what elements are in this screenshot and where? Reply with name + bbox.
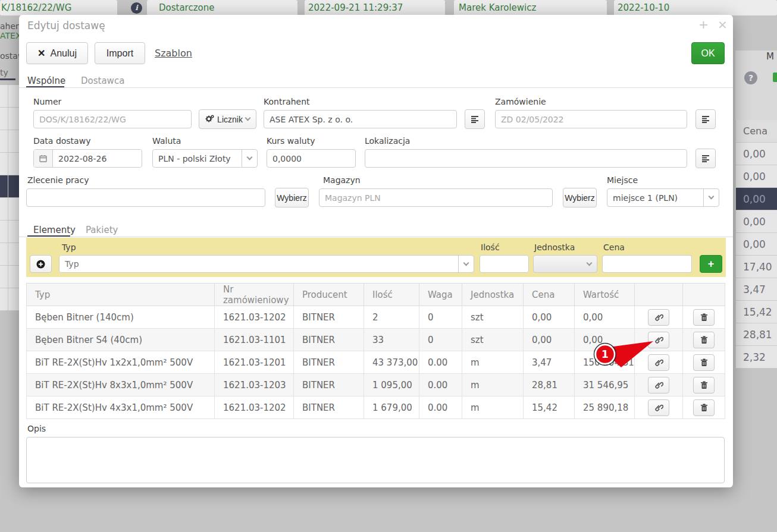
bg-header-cell: Dostarczone — [147, 0, 297, 15]
tab-elementy[interactable]: Elementy — [33, 225, 76, 235]
link-button[interactable] — [648, 354, 669, 371]
trash-icon — [700, 313, 708, 322]
info-icon: i — [131, 2, 142, 14]
miejsce-select[interactable]: miejsce 1 (PLN) — [607, 188, 719, 207]
dialog-title: Edytuj dostawę — [27, 20, 105, 32]
tab-dostawca[interactable]: Dostawca — [81, 75, 124, 86]
link-icon — [654, 380, 663, 389]
licznik-button[interactable]: Licznik — [199, 109, 256, 129]
tab-pakiety[interactable]: Pakiety — [86, 225, 118, 235]
chevron-down-icon — [458, 256, 474, 272]
zamowienie-list-button[interactable] — [695, 109, 716, 129]
numer-label: Numer — [33, 97, 61, 106]
kurs-waluty-field[interactable] — [267, 149, 356, 168]
cell-cena: 0,00 — [524, 329, 575, 351]
kontrahent-field[interactable] — [264, 110, 457, 128]
col-cena: Cena — [524, 284, 575, 306]
cell-producent: BITNER — [294, 374, 364, 396]
typ-input[interactable] — [59, 256, 458, 272]
table-row: Bęben Bitner S4 (40cm)1621.03-1101BITNER… — [27, 329, 725, 351]
waluta-select[interactable]: PLN - polski Złoty — [152, 149, 258, 168]
list-icon — [471, 115, 479, 123]
data-dostawy-field[interactable] — [53, 150, 141, 167]
col-actions-2 — [683, 284, 725, 306]
zlecenie-pracy-field[interactable] — [26, 188, 265, 207]
import-button-label: Import — [106, 48, 133, 59]
bg-header-cell: 2022-10-10 — [614, 0, 777, 15]
action-cell — [635, 329, 683, 351]
bg-cena-cell: 15,42 — [735, 301, 777, 323]
bg-cena-cell: 17,40 — [735, 256, 777, 278]
tab-wspolne[interactable]: Wspólne — [27, 75, 65, 86]
ok-button[interactable]: OK — [691, 42, 725, 64]
cancel-button[interactable]: ✕ Anuluj — [26, 42, 88, 64]
lokalizacja-label: Lokalizacja — [365, 136, 410, 146]
bg-cena-cell: 0,00 — [735, 233, 777, 256]
cell-cena: 0,00 — [524, 306, 575, 329]
add-item-bar: Typ Ilość Jednostka Cena + — [26, 238, 726, 277]
link-button[interactable] — [648, 332, 669, 348]
list-icon — [701, 115, 710, 123]
jednostka-select[interactable] — [533, 255, 597, 273]
magazyn-wybierz-button[interactable]: Wybierz — [563, 188, 597, 207]
import-button[interactable]: Import — [95, 42, 145, 64]
plus-circle-icon — [36, 260, 45, 269]
delete-button[interactable] — [693, 332, 715, 348]
link-button[interactable] — [648, 377, 669, 394]
lokalizacja-field[interactable] — [365, 149, 687, 168]
cell-wartosc: 150 504,31 — [575, 351, 635, 374]
cancel-button-label: Anuluj — [50, 48, 76, 59]
chevron-down-icon — [245, 115, 250, 121]
delete-button[interactable] — [693, 399, 715, 416]
maximize-icon[interactable]: + — [698, 18, 709, 30]
delete-button[interactable] — [693, 354, 715, 371]
wybierz-label: Wybierz — [277, 193, 306, 203]
cena-input[interactable] — [602, 255, 692, 273]
cell-ilosc: 2 — [364, 306, 419, 329]
cell-wartosc: 25 890,18 — [575, 396, 635, 419]
table-row: BiT RE-2X(St)Hv 8x3x1,0mm² 500V1621.03-1… — [27, 374, 725, 396]
expand-add-button[interactable] — [30, 255, 52, 273]
bg-fragment: ty — [0, 68, 8, 77]
template-link[interactable]: Szablon — [155, 48, 192, 59]
col-producent: Producent — [294, 284, 364, 306]
typ-combobox[interactable] — [59, 255, 474, 273]
bg-grid-row — [0, 130, 19, 153]
cell-cena: 15,42 — [524, 396, 575, 419]
bg-cena-cell: 0,00 — [735, 165, 777, 188]
link-button[interactable] — [648, 309, 669, 326]
bg-cena-cell: 3,47 — [735, 278, 777, 301]
chevron-down-icon — [242, 150, 257, 167]
magazyn-field[interactable] — [319, 188, 553, 207]
bg-grid-row — [0, 243, 19, 266]
ilosc-input[interactable] — [480, 255, 529, 273]
cell-jednostka: szt — [462, 306, 524, 329]
zamowienie-field[interactable] — [495, 110, 687, 128]
lokalizacja-list-button[interactable] — [695, 149, 716, 168]
waluta-label: Waluta — [152, 136, 181, 146]
cell-nr: 1621.03-1101 — [215, 329, 294, 351]
zlecenie-wybierz-button[interactable]: Wybierz — [275, 188, 309, 207]
cell-wartosc: 0,00 — [575, 329, 635, 351]
cell-jednostka: szt — [462, 329, 524, 351]
cell-waga: 0.00 — [419, 396, 462, 419]
close-icon[interactable]: × — [718, 18, 728, 30]
opis-textarea[interactable] — [26, 437, 725, 483]
add-item-button[interactable]: + — [700, 255, 722, 273]
col-typ: Typ — [27, 284, 215, 306]
link-button[interactable] — [648, 399, 669, 416]
action-cell — [683, 306, 725, 329]
bg-grid-row — [0, 108, 19, 130]
bg-green-sliver — [773, 73, 777, 82]
miejsce-label: Miejsce — [607, 175, 638, 185]
cell-ilosc: 1 095,00 — [364, 374, 419, 396]
help-icon: ? — [744, 71, 757, 84]
delete-button[interactable] — [693, 309, 715, 326]
delete-button[interactable] — [693, 377, 715, 394]
numer-field[interactable] — [33, 110, 192, 128]
kontrahent-list-button[interactable] — [465, 109, 485, 129]
cell-producent: BITNER — [294, 396, 364, 419]
col-ilosc: Ilość — [364, 284, 419, 306]
action-cell — [635, 396, 683, 419]
chevron-down-icon — [703, 189, 719, 206]
